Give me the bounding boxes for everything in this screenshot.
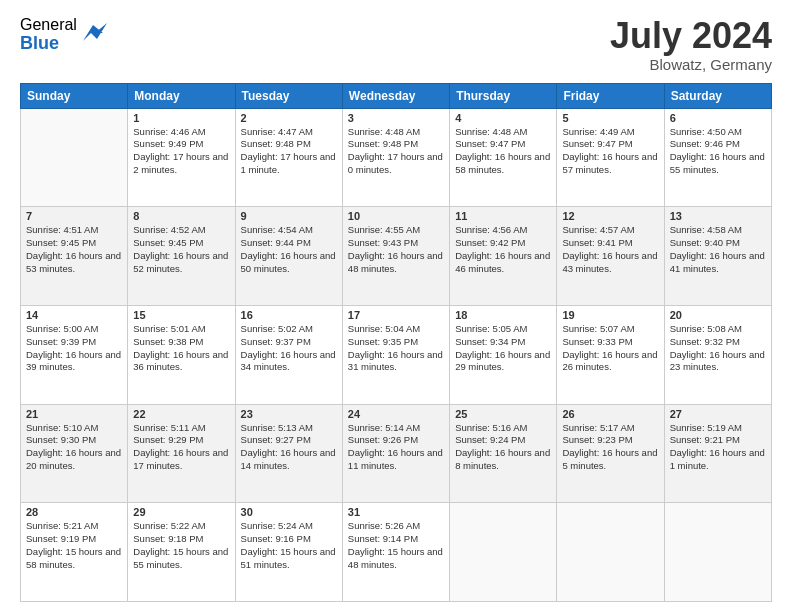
day-number: 8 (133, 210, 229, 222)
cell-content: Sunrise: 5:22 AM Sunset: 9:18 PM Dayligh… (133, 520, 229, 571)
sunrise-text: Sunrise: 4:49 AM (562, 126, 634, 137)
table-row: 27 Sunrise: 5:19 AM Sunset: 9:21 PM Dayl… (664, 404, 771, 503)
day-number: 30 (241, 506, 337, 518)
sunrise-text: Sunrise: 5:11 AM (133, 422, 205, 433)
cell-content: Sunrise: 4:56 AM Sunset: 9:42 PM Dayligh… (455, 224, 551, 275)
cell-content: Sunrise: 5:14 AM Sunset: 9:26 PM Dayligh… (348, 422, 444, 473)
day-number: 23 (241, 408, 337, 420)
day-number: 16 (241, 309, 337, 321)
sunset-text: Sunset: 9:49 PM (133, 138, 203, 149)
daylight-text: Daylight: 16 hours and 50 minutes. (241, 250, 336, 274)
day-number: 31 (348, 506, 444, 518)
table-row: 21 Sunrise: 5:10 AM Sunset: 9:30 PM Dayl… (21, 404, 128, 503)
table-row: 1 Sunrise: 4:46 AM Sunset: 9:49 PM Dayli… (128, 108, 235, 207)
daylight-text: Daylight: 16 hours and 26 minutes. (562, 349, 657, 373)
cell-content: Sunrise: 5:13 AM Sunset: 9:27 PM Dayligh… (241, 422, 337, 473)
sunset-text: Sunset: 9:43 PM (348, 237, 418, 248)
col-friday: Friday (557, 83, 664, 108)
daylight-text: Daylight: 16 hours and 1 minute. (670, 447, 765, 471)
cell-content: Sunrise: 4:55 AM Sunset: 9:43 PM Dayligh… (348, 224, 444, 275)
col-wednesday: Wednesday (342, 83, 449, 108)
daylight-text: Daylight: 15 hours and 58 minutes. (26, 546, 121, 570)
table-row: 3 Sunrise: 4:48 AM Sunset: 9:48 PM Dayli… (342, 108, 449, 207)
daylight-text: Daylight: 16 hours and 53 minutes. (26, 250, 121, 274)
calendar-week-row: 21 Sunrise: 5:10 AM Sunset: 9:30 PM Dayl… (21, 404, 772, 503)
logo-blue: Blue (20, 34, 77, 54)
cell-content: Sunrise: 4:58 AM Sunset: 9:40 PM Dayligh… (670, 224, 766, 275)
cell-content: Sunrise: 5:19 AM Sunset: 9:21 PM Dayligh… (670, 422, 766, 473)
table-row: 4 Sunrise: 4:48 AM Sunset: 9:47 PM Dayli… (450, 108, 557, 207)
sunrise-text: Sunrise: 5:24 AM (241, 520, 313, 531)
logo: General Blue (20, 16, 107, 53)
table-row: 31 Sunrise: 5:26 AM Sunset: 9:14 PM Dayl… (342, 503, 449, 602)
table-row: 29 Sunrise: 5:22 AM Sunset: 9:18 PM Dayl… (128, 503, 235, 602)
sunset-text: Sunset: 9:29 PM (133, 434, 203, 445)
sunset-text: Sunset: 9:30 PM (26, 434, 96, 445)
sunrise-text: Sunrise: 4:50 AM (670, 126, 742, 137)
daylight-text: Daylight: 16 hours and 5 minutes. (562, 447, 657, 471)
sunrise-text: Sunrise: 5:19 AM (670, 422, 742, 433)
day-number: 1 (133, 112, 229, 124)
sunrise-text: Sunrise: 5:17 AM (562, 422, 634, 433)
cell-content: Sunrise: 4:57 AM Sunset: 9:41 PM Dayligh… (562, 224, 658, 275)
month-year: July 2024 (610, 16, 772, 56)
table-row: 9 Sunrise: 4:54 AM Sunset: 9:44 PM Dayli… (235, 207, 342, 306)
daylight-text: Daylight: 16 hours and 41 minutes. (670, 250, 765, 274)
daylight-text: Daylight: 16 hours and 17 minutes. (133, 447, 228, 471)
sunset-text: Sunset: 9:14 PM (348, 533, 418, 544)
cell-content: Sunrise: 5:10 AM Sunset: 9:30 PM Dayligh… (26, 422, 122, 473)
table-row: 28 Sunrise: 5:21 AM Sunset: 9:19 PM Dayl… (21, 503, 128, 602)
sunrise-text: Sunrise: 5:07 AM (562, 323, 634, 334)
day-number: 21 (26, 408, 122, 420)
sunset-text: Sunset: 9:21 PM (670, 434, 740, 445)
cell-content: Sunrise: 4:49 AM Sunset: 9:47 PM Dayligh… (562, 126, 658, 177)
cell-content: Sunrise: 5:24 AM Sunset: 9:16 PM Dayligh… (241, 520, 337, 571)
sunset-text: Sunset: 9:27 PM (241, 434, 311, 445)
location: Blowatz, Germany (610, 56, 772, 73)
sunrise-text: Sunrise: 4:55 AM (348, 224, 420, 235)
table-row (557, 503, 664, 602)
cell-content: Sunrise: 5:16 AM Sunset: 9:24 PM Dayligh… (455, 422, 551, 473)
table-row (450, 503, 557, 602)
daylight-text: Daylight: 16 hours and 23 minutes. (670, 349, 765, 373)
table-row: 7 Sunrise: 4:51 AM Sunset: 9:45 PM Dayli… (21, 207, 128, 306)
sunrise-text: Sunrise: 5:05 AM (455, 323, 527, 334)
header: General Blue July 2024 Blowatz, Germany (20, 16, 772, 73)
table-row: 15 Sunrise: 5:01 AM Sunset: 9:38 PM Dayl… (128, 305, 235, 404)
cell-content: Sunrise: 4:50 AM Sunset: 9:46 PM Dayligh… (670, 126, 766, 177)
table-row: 5 Sunrise: 4:49 AM Sunset: 9:47 PM Dayli… (557, 108, 664, 207)
sunset-text: Sunset: 9:47 PM (562, 138, 632, 149)
cell-content: Sunrise: 5:11 AM Sunset: 9:29 PM Dayligh… (133, 422, 229, 473)
sunrise-text: Sunrise: 5:00 AM (26, 323, 98, 334)
day-number: 6 (670, 112, 766, 124)
daylight-text: Daylight: 16 hours and 55 minutes. (670, 151, 765, 175)
sunrise-text: Sunrise: 4:56 AM (455, 224, 527, 235)
cell-content: Sunrise: 4:46 AM Sunset: 9:49 PM Dayligh… (133, 126, 229, 177)
cell-content: Sunrise: 5:00 AM Sunset: 9:39 PM Dayligh… (26, 323, 122, 374)
cell-content: Sunrise: 5:17 AM Sunset: 9:23 PM Dayligh… (562, 422, 658, 473)
sunset-text: Sunset: 9:48 PM (241, 138, 311, 149)
calendar-table: Sunday Monday Tuesday Wednesday Thursday… (20, 83, 772, 602)
sunrise-text: Sunrise: 5:01 AM (133, 323, 205, 334)
sunrise-text: Sunrise: 5:13 AM (241, 422, 313, 433)
col-thursday: Thursday (450, 83, 557, 108)
daylight-text: Daylight: 16 hours and 34 minutes. (241, 349, 336, 373)
sunset-text: Sunset: 9:38 PM (133, 336, 203, 347)
day-number: 2 (241, 112, 337, 124)
cell-content: Sunrise: 5:05 AM Sunset: 9:34 PM Dayligh… (455, 323, 551, 374)
calendar-week-row: 28 Sunrise: 5:21 AM Sunset: 9:19 PM Dayl… (21, 503, 772, 602)
table-row: 12 Sunrise: 4:57 AM Sunset: 9:41 PM Dayl… (557, 207, 664, 306)
sunset-text: Sunset: 9:45 PM (133, 237, 203, 248)
day-number: 25 (455, 408, 551, 420)
day-number: 22 (133, 408, 229, 420)
sunrise-text: Sunrise: 4:52 AM (133, 224, 205, 235)
daylight-text: Daylight: 15 hours and 55 minutes. (133, 546, 228, 570)
daylight-text: Daylight: 16 hours and 52 minutes. (133, 250, 228, 274)
col-sunday: Sunday (21, 83, 128, 108)
sunrise-text: Sunrise: 5:02 AM (241, 323, 313, 334)
daylight-text: Daylight: 15 hours and 48 minutes. (348, 546, 443, 570)
cell-content: Sunrise: 4:47 AM Sunset: 9:48 PM Dayligh… (241, 126, 337, 177)
table-row: 20 Sunrise: 5:08 AM Sunset: 9:32 PM Dayl… (664, 305, 771, 404)
sunrise-text: Sunrise: 4:47 AM (241, 126, 313, 137)
sunset-text: Sunset: 9:42 PM (455, 237, 525, 248)
